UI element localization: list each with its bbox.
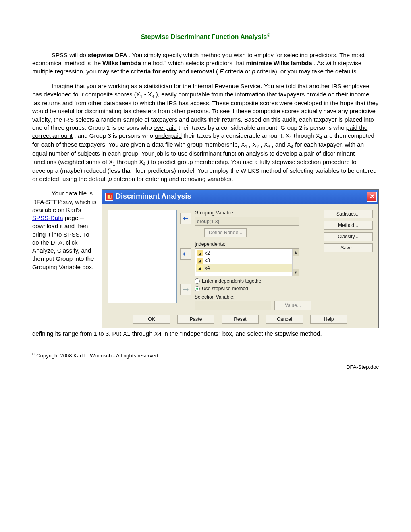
text: , X — [249, 141, 256, 148]
text: method," which selects predictors that — [143, 60, 246, 66]
text-bold: criteria for entry and removal — [131, 68, 214, 75]
title-text: Stepwise Discriminant Function Analysis — [141, 33, 267, 40]
source-variable-list[interactable] — [108, 210, 177, 303]
footnote: © Copyright 2008 Karl L. Wuensch - All r… — [32, 352, 379, 360]
scale-var-icon: ◢ — [197, 258, 203, 264]
text: criteria), or you may take the defaults. — [257, 68, 358, 75]
grouping-variable-field[interactable]: group(1 3) — [195, 217, 299, 226]
text: their taxes by a considerable amount. X — [183, 132, 289, 139]
subscript: 1 — [290, 135, 292, 140]
title-copyright: © — [267, 33, 270, 37]
reset-button[interactable]: Reset — [222, 315, 259, 324]
text: , and X — [272, 141, 291, 148]
text: page -- download it and then bring it in… — [32, 214, 94, 270]
discriminant-analysis-dialog: ◧ Discriminant Analysis ✕ — [102, 189, 379, 328]
radio-enter-together[interactable]: Enter independents together — [195, 278, 317, 284]
list-item[interactable]: ◢x3 — [196, 257, 298, 264]
subscript: 1 — [140, 94, 143, 99]
text-italic: p — [108, 175, 112, 182]
cancel-button[interactable]: Cancel — [266, 315, 303, 324]
move-grouping-button[interactable] — [180, 213, 191, 224]
scroll-down-icon[interactable]: ▼ — [293, 269, 299, 276]
paragraph-3: defining its range from 1 to 3. Put X1 t… — [32, 330, 379, 338]
text: , X — [260, 141, 268, 148]
define-range-button[interactable]: Define Range... — [204, 228, 247, 237]
grouping-variable-label: Grouping Variable: — [195, 210, 317, 216]
save-button[interactable]: Save... — [324, 243, 373, 252]
subscript: 4 — [152, 94, 154, 99]
text: their taxes by a considerable amount, Gr… — [179, 124, 346, 131]
value-button[interactable]: Value... — [274, 301, 311, 310]
var-label: x4 — [205, 265, 210, 271]
subscript: 3 — [268, 144, 270, 149]
text: criteria or — [225, 68, 252, 75]
text: through X — [117, 158, 143, 165]
text: SPSS will do — [52, 52, 88, 58]
text: - X — [144, 91, 152, 98]
spss-data-link[interactable]: SPSS-Data — [32, 214, 63, 221]
method-button[interactable]: Method... — [324, 221, 373, 230]
move-selection-button[interactable] — [180, 284, 191, 295]
scale-var-icon: ◢ — [197, 250, 203, 256]
statistics-button[interactable]: Statistics... — [324, 210, 373, 218]
footnote-mark: © — [32, 352, 35, 356]
var-label: x3 — [205, 257, 210, 264]
grouping-value: group(1 3) — [197, 219, 219, 224]
var-label: x2 — [205, 250, 210, 256]
text-bold: minimize Wilks lambda — [246, 60, 312, 66]
app-icon: ◧ — [105, 193, 113, 201]
subscript: 4 — [320, 135, 322, 140]
text: criterion for entering and removing vari… — [114, 175, 233, 182]
text: ( — [216, 68, 218, 75]
paragraph-1: SPSS will do stepwise DFA . You simply s… — [32, 51, 379, 76]
independents-label: Independents: — [195, 241, 317, 247]
text: , and Group 3 is persons who — [74, 132, 155, 139]
footer-filename: DFA-Step.doc — [32, 364, 379, 371]
text-italic: p — [252, 68, 255, 75]
text-underline: underpaid — [155, 132, 182, 139]
text-underline: overpaid — [154, 124, 177, 131]
close-icon[interactable]: ✕ — [367, 192, 377, 202]
list-item[interactable]: ◢x4 — [196, 264, 298, 272]
classify-button[interactable]: Classify... — [324, 232, 373, 241]
independents-list[interactable]: ◢x2 ◢x3 ◢x4 ▲ ▼ — [195, 248, 299, 276]
page-title: Stepwise Discriminant Function Analysis© — [32, 32, 379, 42]
text: through X — [294, 132, 320, 139]
arrow-left-icon — [183, 251, 189, 256]
help-button[interactable]: Help — [310, 315, 347, 324]
dialog-title: Discriminant Analysis — [116, 191, 191, 201]
dialog-titlebar[interactable]: ◧ Discriminant Analysis ✕ — [102, 190, 378, 204]
subscript: 1 — [113, 162, 115, 166]
ok-button[interactable]: OK — [133, 315, 170, 324]
selection-variable-field[interactable] — [195, 301, 271, 310]
paste-button[interactable]: Paste — [177, 315, 214, 324]
text: Your data file is DFA-STEP.sav, which is… — [32, 190, 97, 213]
subscript: 4 — [291, 144, 293, 149]
text-bold: stepwise DFA — [88, 52, 127, 58]
subscript: 1 — [245, 144, 247, 149]
scrollbar[interactable]: ▲ ▼ — [292, 249, 299, 276]
radio-use-stepwise[interactable]: Use stepwise method — [195, 285, 317, 292]
side-paragraph: Your data file is DFA-STEP.sav, which is… — [32, 189, 97, 271]
arrow-right-icon — [183, 287, 189, 292]
arrow-left-icon — [183, 216, 189, 221]
paragraph-2: Imagine that you are working as a statis… — [32, 82, 379, 183]
footnote-separator — [32, 350, 93, 350]
subscript: 4 — [143, 162, 145, 166]
footnote-text: Copyright 2008 Karl L. Wuensch - All rig… — [35, 353, 160, 359]
text-italic: F — [220, 68, 223, 75]
list-item[interactable]: ◢x2 — [196, 249, 298, 257]
move-independents-button[interactable] — [180, 248, 191, 260]
radio-off-icon — [195, 278, 200, 284]
selection-variable-label: Selection Variable: — [195, 294, 317, 300]
text-bold: Wilks lambda — [102, 60, 141, 66]
radio-on-icon — [195, 286, 200, 291]
scale-var-icon: ◢ — [197, 265, 203, 271]
scroll-up-icon[interactable]: ▲ — [293, 249, 299, 256]
text: defining its range from 1 to 3. Put X1 t… — [32, 330, 322, 337]
subscript: 2 — [256, 144, 259, 149]
